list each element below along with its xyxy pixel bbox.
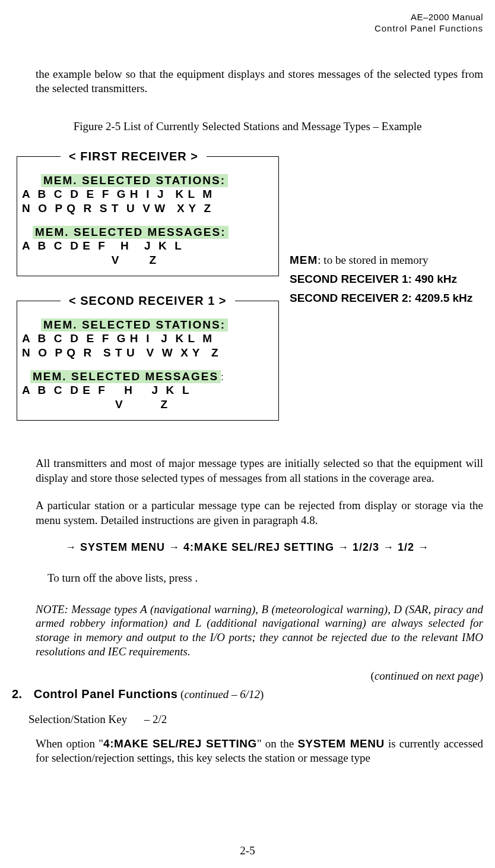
subkey-label: Selection/Station Key — [28, 713, 127, 725]
legend-sr2-val: : 4209.5 kHz — [408, 292, 473, 304]
second-receiver-title: < SECOND RECEIVER 1 > — [61, 294, 235, 308]
when-option-paragraph: When option "4:MAKE SEL/REJ SETTING" on … — [36, 737, 483, 766]
subkey-suffix: – 2/2 — [144, 713, 167, 725]
legend-mem-desc: : to be stored in memory — [318, 254, 428, 266]
note-paragraph: NOTE: Message types A (navigational warn… — [36, 602, 483, 659]
page-number: 2-5 — [0, 844, 495, 857]
first-receiver-title: < FIRST RECEIVER > — [61, 150, 207, 163]
r2-messages-letters: A B C D E F H J K L V Z — [22, 383, 274, 412]
legend-sr2-label: SECOND RECEIVER 2 — [290, 292, 408, 304]
figure-container: < FIRST RECEIVER > MEM. SELECTED STATION… — [17, 150, 483, 438]
para-all-transmitters: All transmitters and most of major messa… — [36, 456, 483, 485]
r1-stations-header: MEM. SELECTED STATIONS: — [41, 174, 228, 187]
section-heading: 2. Control Panel Functions (continued – … — [12, 687, 483, 701]
r2-stations-header: MEM. SELECTED STATIONS: — [41, 318, 228, 332]
continued-next-page: (continued on next page) — [12, 670, 483, 683]
page-header: AE–2000 Manual Control Panel Functions — [12, 12, 483, 34]
r2-messages-header: MEM. SELECTED MESSAGES — [30, 370, 221, 383]
r2-stations-letters: A B C D E F G H I J K L M N O P Q R S T … — [22, 332, 274, 360]
selection-station-key-line: Selection/Station Key – 2/2 — [28, 713, 483, 726]
r1-messages-letters: A B C D E F H J K L V Z — [22, 239, 274, 267]
r1-stations-letters: A B C D E F G H I J K L M N O P Q R S T … — [22, 187, 274, 216]
section-title: Control Panel Functions — [34, 687, 178, 700]
menu-path: → SYSTEM MENU → 4:MAKE SEL/REJ SETTING →… — [65, 541, 483, 554]
second-receiver-box: < SECOND RECEIVER 1 > MEM. SELECTED STAT… — [17, 294, 279, 421]
para-reject: A particular station or a particular mes… — [36, 498, 483, 528]
figure-legend: MEM: to be stored in memory SECOND RECEI… — [290, 150, 483, 308]
r1-messages-header: MEM. SELECTED MESSAGES: — [33, 226, 229, 239]
header-line-2: Control Panel Functions — [12, 23, 483, 34]
header-line-1: AE–2000 Manual — [12, 12, 483, 23]
figure-caption: Figure 2-5 List of Currently Selected St… — [12, 120, 483, 133]
turnoff-line: To turn off the above lists, press . — [47, 572, 483, 585]
section-continued: continued – 6/12 — [184, 688, 260, 700]
first-receiver-box: < FIRST RECEIVER > MEM. SELECTED STATION… — [17, 150, 279, 276]
intro-paragraph: the example below so that the equipment … — [36, 67, 483, 96]
section-number: 2. — [12, 687, 23, 700]
legend-mem-label: MEM — [290, 254, 318, 266]
legend-sr1-label: SECOND RECEIVER 1 — [290, 273, 408, 285]
legend-sr1-val: : 490 kHz — [408, 273, 457, 285]
